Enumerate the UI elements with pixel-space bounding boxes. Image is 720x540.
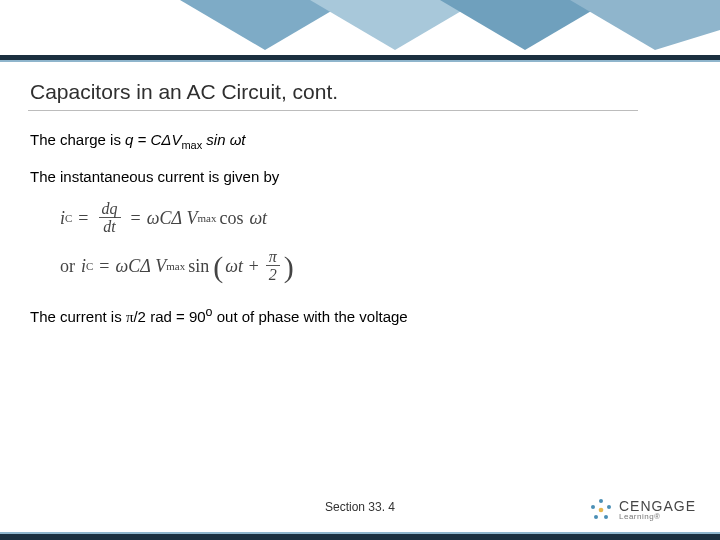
phase-a: The current is (30, 308, 126, 325)
charge-eq-tail: sin ωt (202, 131, 245, 148)
eq2-equals: = (99, 254, 109, 278)
eq1-i-sub: C (65, 211, 72, 226)
eq2-or: or (60, 254, 75, 278)
phase-c: out of phase with the voltage (213, 308, 408, 325)
svg-point-8 (591, 505, 595, 509)
eq1-rhs-vmax: max (197, 211, 216, 226)
charge-eq-sub: max (181, 139, 202, 151)
svg-point-7 (594, 515, 598, 519)
eq1-arg: ωt (249, 206, 267, 230)
eq1-frac: dq dt (99, 201, 121, 236)
current-intro: The instantaneous current is given by (30, 167, 690, 187)
slide: Capacitors in an AC Circuit, cont. The c… (0, 0, 720, 540)
eq1-cos: cos (219, 206, 243, 230)
logo-text: CENGAGE Learning® (619, 499, 696, 521)
eq1-rhs-v: V (186, 206, 197, 230)
eq2-rparen: ) (284, 247, 294, 288)
slide-title: Capacitors in an AC Circuit, cont. (30, 80, 338, 104)
equation-2: or iC = ωCΔ Vmax sin ( ωt + π 2 ) (60, 246, 690, 287)
phase-line: The current is π/2 rad = 90o out of phas… (30, 304, 690, 327)
logo-brand: CENGAGE (619, 499, 696, 513)
header-bar-light (0, 60, 720, 62)
eq2-frac-den: 2 (266, 266, 280, 284)
eq2-rhs-vmax: max (166, 259, 185, 274)
svg-point-5 (607, 505, 611, 509)
eq1-rhs-a: ωCΔ (147, 206, 182, 230)
svg-marker-3 (570, 0, 720, 50)
charge-line: The charge is q = CΔVmax sin ωt (30, 130, 690, 153)
eq1-frac-num: dq (99, 201, 121, 218)
eq2-lparen: ( (213, 247, 223, 288)
footer-bar-dark (0, 534, 720, 540)
eq2-rhs-v: V (155, 254, 166, 278)
phase-sup: o (206, 305, 213, 319)
header (0, 0, 720, 60)
header-triangles (0, 0, 720, 50)
eq2-i-sub: C (86, 259, 93, 274)
cengage-star-icon (589, 498, 613, 522)
eq2-frac-num: π (266, 249, 280, 266)
charge-eq-lead: q = CΔV (125, 131, 181, 148)
eq2-sin: sin (188, 254, 209, 278)
svg-point-6 (604, 515, 608, 519)
eq1-equals: = (78, 206, 88, 230)
eq2-rhs-a: ωCΔ (116, 254, 151, 278)
equation-1: iC = dq dt = ωCΔ Vmax cos ωt (60, 201, 690, 236)
equation-block: iC = dq dt = ωCΔ Vmax cos ωt or iC = ωCΔ… (60, 201, 690, 286)
slide-body: The charge is q = CΔVmax sin ωt The inst… (30, 130, 690, 341)
svg-point-9 (599, 508, 604, 513)
logo-tag: Learning® (619, 513, 696, 521)
title-rule (28, 110, 638, 111)
eq1-equals2: = (131, 206, 141, 230)
eq2-frac: π 2 (266, 249, 280, 284)
section-label: Section 33. 4 (325, 500, 395, 514)
svg-point-4 (599, 499, 603, 503)
phase-b: /2 rad = 90 (133, 308, 205, 325)
eq2-arg-lead: ωt + (225, 254, 259, 278)
eq1-frac-den: dt (100, 218, 118, 236)
cengage-logo: CENGAGE Learning® (589, 498, 696, 522)
charge-prefix: The charge is (30, 131, 125, 148)
